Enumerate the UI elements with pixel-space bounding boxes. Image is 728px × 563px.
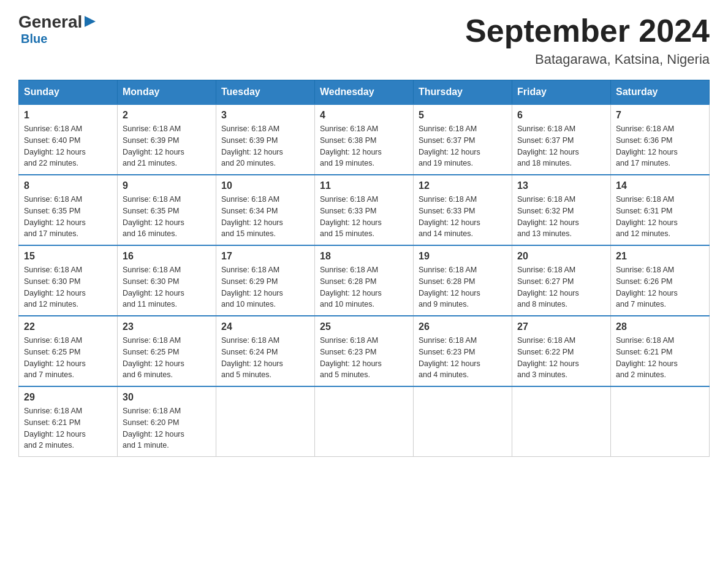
day-number: 16	[123, 251, 211, 262]
header-thursday: Thursday	[414, 80, 512, 105]
table-row: 15 Sunrise: 6:18 AMSunset: 6:30 PMDaylig…	[19, 245, 118, 316]
day-number: 18	[320, 251, 408, 262]
day-info: Sunrise: 6:18 AMSunset: 6:30 PMDaylight:…	[24, 266, 86, 308]
day-number: 30	[123, 392, 211, 403]
calendar-week-row: 15 Sunrise: 6:18 AMSunset: 6:30 PMDaylig…	[19, 245, 710, 316]
logo-blue: Blue	[21, 32, 97, 46]
table-row: 9 Sunrise: 6:18 AMSunset: 6:35 PMDayligh…	[118, 175, 216, 245]
day-info: Sunrise: 6:18 AMSunset: 6:36 PMDaylight:…	[616, 124, 678, 167]
day-info: Sunrise: 6:18 AMSunset: 6:23 PMDaylight:…	[320, 336, 382, 379]
calendar-week-row: 29 Sunrise: 6:18 AMSunset: 6:21 PMDaylig…	[19, 386, 710, 457]
calendar-week-row: 22 Sunrise: 6:18 AMSunset: 6:25 PMDaylig…	[19, 316, 710, 386]
day-info: Sunrise: 6:18 AMSunset: 6:25 PMDaylight:…	[123, 336, 184, 379]
day-info: Sunrise: 6:18 AMSunset: 6:25 PMDaylight:…	[24, 336, 86, 379]
day-number: 14	[616, 180, 704, 191]
day-number: 20	[517, 251, 605, 262]
day-info: Sunrise: 6:18 AMSunset: 6:35 PMDaylight:…	[24, 195, 86, 238]
header-tuesday: Tuesday	[216, 80, 315, 105]
day-info: Sunrise: 6:18 AMSunset: 6:33 PMDaylight:…	[419, 195, 480, 238]
table-row: 18 Sunrise: 6:18 AMSunset: 6:28 PMDaylig…	[315, 245, 414, 316]
table-row: 23 Sunrise: 6:18 AMSunset: 6:25 PMDaylig…	[118, 316, 216, 386]
table-row	[611, 386, 710, 457]
day-info: Sunrise: 6:18 AMSunset: 6:20 PMDaylight:…	[123, 407, 184, 450]
day-number: 11	[320, 180, 408, 191]
day-info: Sunrise: 6:18 AMSunset: 6:38 PMDaylight:…	[320, 124, 382, 167]
svg-marker-0	[85, 16, 96, 27]
header-wednesday: Wednesday	[315, 80, 414, 105]
day-number: 1	[24, 110, 112, 121]
day-info: Sunrise: 6:18 AMSunset: 6:34 PMDaylight:…	[221, 195, 283, 238]
day-number: 28	[616, 321, 704, 332]
calendar-week-row: 1 Sunrise: 6:18 AMSunset: 6:40 PMDayligh…	[19, 104, 710, 175]
table-row: 6 Sunrise: 6:18 AMSunset: 6:37 PMDayligh…	[512, 104, 611, 175]
table-row	[216, 386, 315, 457]
day-info: Sunrise: 6:18 AMSunset: 6:27 PMDaylight:…	[517, 266, 579, 308]
day-number: 12	[419, 180, 507, 191]
logo-general: General	[18, 12, 82, 32]
table-row: 14 Sunrise: 6:18 AMSunset: 6:31 PMDaylig…	[611, 175, 710, 245]
table-row: 25 Sunrise: 6:18 AMSunset: 6:23 PMDaylig…	[315, 316, 414, 386]
page-header: General Blue September 2024 Batagarawa, …	[18, 12, 710, 67]
day-number: 29	[24, 392, 112, 403]
table-row: 7 Sunrise: 6:18 AMSunset: 6:36 PMDayligh…	[611, 104, 710, 175]
day-info: Sunrise: 6:18 AMSunset: 6:26 PMDaylight:…	[616, 266, 678, 308]
day-info: Sunrise: 6:18 AMSunset: 6:40 PMDaylight:…	[24, 124, 86, 167]
table-row: 19 Sunrise: 6:18 AMSunset: 6:28 PMDaylig…	[414, 245, 512, 316]
header-friday: Friday	[512, 80, 611, 105]
day-number: 8	[24, 180, 112, 191]
table-row: 30 Sunrise: 6:18 AMSunset: 6:20 PMDaylig…	[118, 386, 216, 457]
day-number: 6	[517, 110, 605, 121]
day-number: 13	[517, 180, 605, 191]
table-row	[512, 386, 611, 457]
table-row: 13 Sunrise: 6:18 AMSunset: 6:32 PMDaylig…	[512, 175, 611, 245]
day-info: Sunrise: 6:18 AMSunset: 6:32 PMDaylight:…	[517, 195, 579, 238]
day-info: Sunrise: 6:18 AMSunset: 6:30 PMDaylight:…	[123, 266, 184, 308]
table-row: 20 Sunrise: 6:18 AMSunset: 6:27 PMDaylig…	[512, 245, 611, 316]
day-number: 2	[123, 110, 211, 121]
table-row: 2 Sunrise: 6:18 AMSunset: 6:39 PMDayligh…	[118, 104, 216, 175]
day-number: 22	[24, 321, 112, 332]
calendar-table: Sunday Monday Tuesday Wednesday Thursday…	[18, 80, 710, 457]
day-number: 27	[517, 321, 605, 332]
title-block: September 2024 Batagarawa, Katsina, Nige…	[465, 12, 710, 67]
table-row: 10 Sunrise: 6:18 AMSunset: 6:34 PMDaylig…	[216, 175, 315, 245]
table-row: 24 Sunrise: 6:18 AMSunset: 6:24 PMDaylig…	[216, 316, 315, 386]
calendar-week-row: 8 Sunrise: 6:18 AMSunset: 6:35 PMDayligh…	[19, 175, 710, 245]
table-row: 26 Sunrise: 6:18 AMSunset: 6:23 PMDaylig…	[414, 316, 512, 386]
day-number: 23	[123, 321, 211, 332]
table-row	[414, 386, 512, 457]
table-row: 5 Sunrise: 6:18 AMSunset: 6:37 PMDayligh…	[414, 104, 512, 175]
logo: General Blue	[18, 12, 97, 46]
day-number: 21	[616, 251, 704, 262]
header-sunday: Sunday	[19, 80, 118, 105]
day-info: Sunrise: 6:18 AMSunset: 6:31 PMDaylight:…	[616, 195, 678, 238]
calendar-header-row: Sunday Monday Tuesday Wednesday Thursday…	[19, 80, 710, 105]
calendar-subtitle: Batagarawa, Katsina, Nigeria	[465, 52, 710, 67]
day-info: Sunrise: 6:18 AMSunset: 6:37 PMDaylight:…	[419, 124, 480, 167]
logo-triangle-icon	[83, 15, 97, 28]
day-number: 24	[221, 321, 309, 332]
table-row: 11 Sunrise: 6:18 AMSunset: 6:33 PMDaylig…	[315, 175, 414, 245]
day-info: Sunrise: 6:18 AMSunset: 6:28 PMDaylight:…	[320, 266, 382, 308]
day-info: Sunrise: 6:18 AMSunset: 6:21 PMDaylight:…	[616, 336, 678, 379]
table-row: 8 Sunrise: 6:18 AMSunset: 6:35 PMDayligh…	[19, 175, 118, 245]
day-number: 15	[24, 251, 112, 262]
table-row: 17 Sunrise: 6:18 AMSunset: 6:29 PMDaylig…	[216, 245, 315, 316]
table-row: 3 Sunrise: 6:18 AMSunset: 6:39 PMDayligh…	[216, 104, 315, 175]
day-number: 9	[123, 180, 211, 191]
day-info: Sunrise: 6:18 AMSunset: 6:23 PMDaylight:…	[419, 336, 480, 379]
header-monday: Monday	[118, 80, 216, 105]
day-info: Sunrise: 6:18 AMSunset: 6:29 PMDaylight:…	[221, 266, 283, 308]
day-info: Sunrise: 6:18 AMSunset: 6:21 PMDaylight:…	[24, 407, 86, 450]
day-info: Sunrise: 6:18 AMSunset: 6:28 PMDaylight:…	[419, 266, 480, 308]
day-info: Sunrise: 6:18 AMSunset: 6:24 PMDaylight:…	[221, 336, 283, 379]
table-row: 4 Sunrise: 6:18 AMSunset: 6:38 PMDayligh…	[315, 104, 414, 175]
day-number: 10	[221, 180, 309, 191]
day-info: Sunrise: 6:18 AMSunset: 6:22 PMDaylight:…	[517, 336, 579, 379]
table-row: 16 Sunrise: 6:18 AMSunset: 6:30 PMDaylig…	[118, 245, 216, 316]
table-row: 1 Sunrise: 6:18 AMSunset: 6:40 PMDayligh…	[19, 104, 118, 175]
header-saturday: Saturday	[611, 80, 710, 105]
day-info: Sunrise: 6:18 AMSunset: 6:37 PMDaylight:…	[517, 124, 579, 167]
day-number: 5	[419, 110, 507, 121]
day-number: 25	[320, 321, 408, 332]
